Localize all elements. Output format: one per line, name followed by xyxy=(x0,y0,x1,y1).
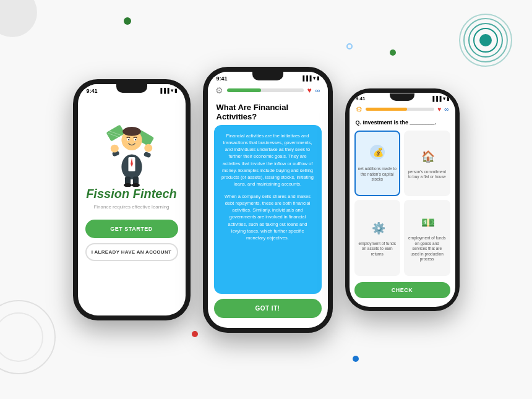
info-text-2: When a company sells shares and makes de… xyxy=(221,193,314,242)
heart-icon: ♥ xyxy=(437,106,441,113)
svg-point-15 xyxy=(110,144,118,152)
phone3-time: 9:41 xyxy=(356,96,366,101)
quiz-question: Q. Investment is the ________. xyxy=(350,116,455,128)
app-title: Fission Fintech xyxy=(86,187,177,200)
phone1-welcome: 9:41 ▐▐▐ ▾ ▮ xyxy=(73,79,191,320)
option3-text: employment of funds on assets to earn re… xyxy=(358,241,397,257)
option3-icon: ⚙️ xyxy=(369,218,386,239)
info-card: Financial activities are the initiatives… xyxy=(214,125,322,294)
svg-text:💰: 💰 xyxy=(373,147,384,158)
infinity-icon: ∞ xyxy=(315,87,320,94)
app-subtitle: Finance requires effective learning xyxy=(93,204,169,210)
svg-point-18 xyxy=(122,127,141,136)
quiz-options: 💰 net additions made to the nation's cap… xyxy=(350,128,455,278)
battery-icon: ▮ xyxy=(174,88,177,93)
check-button[interactable]: CHECK xyxy=(354,282,450,298)
phone2-status-icons: ▐▐▐ ▾ ▮ xyxy=(301,75,319,81)
phone3-content: ⚙ ♥ ∞ Q. Investment is the ________. 💰 n… xyxy=(350,103,455,303)
phone1-time: 9:41 xyxy=(87,88,98,94)
phone1-notch xyxy=(116,84,147,93)
info-title: What Are Financial Activities? xyxy=(208,98,328,125)
phone2-time: 9:41 xyxy=(217,75,228,82)
phone2-header: ⚙ ♥ ∞ xyxy=(208,83,328,98)
already-have-account-button[interactable]: I ALREADY HAVE AN ACCOUNT xyxy=(85,243,178,261)
quiz-option-2[interactable]: 🏠 person's commitment to buy a flat or h… xyxy=(404,131,450,196)
settings-icon: ⚙ xyxy=(215,85,223,95)
progress-bar xyxy=(227,88,304,92)
quiz-option-3[interactable]: ⚙️ employment of funds on assets to earn… xyxy=(354,200,401,276)
phone3-header: ⚙ ♥ ∞ xyxy=(350,103,455,116)
phone1-screen: 9:41 ▐▐▐ ▾ ▮ xyxy=(78,84,186,315)
phone3-status-icons: ▐▐▐ ▾ ▮ xyxy=(431,96,448,101)
svg-point-16 xyxy=(144,144,152,152)
phones-container: 9:41 ▐▐▐ ▾ ▮ xyxy=(19,19,513,380)
progress-fill xyxy=(227,88,262,92)
svg-point-22 xyxy=(135,139,136,140)
signal-icon: ▐▐▐ xyxy=(158,88,169,93)
mascot-illustration xyxy=(101,113,163,187)
signal-icon: ▐▐▐ xyxy=(431,96,441,101)
got-it-button[interactable]: GOT IT! xyxy=(214,299,322,318)
phone2-notch xyxy=(252,72,283,80)
wifi-icon: ▾ xyxy=(171,88,173,93)
svg-text:🏠: 🏠 xyxy=(421,150,435,163)
phone2-screen: 9:41 ▐▐▐ ▾ ▮ ⚙ ♥ ∞ What Are Financial Ac… xyxy=(208,72,328,328)
phone1-status-icons: ▐▐▐ ▾ ▮ xyxy=(158,88,176,93)
settings-icon: ⚙ xyxy=(356,105,363,114)
heart-icon: ♥ xyxy=(307,86,312,95)
infinity-icon: ∞ xyxy=(444,106,448,113)
svg-text:⚙️: ⚙️ xyxy=(372,221,386,235)
progress-fill xyxy=(366,108,407,111)
battery-icon: ▮ xyxy=(447,96,449,101)
option2-text: person's commitment to buy a flat or hou… xyxy=(408,169,447,180)
get-started-button[interactable]: GET STARTED xyxy=(85,220,178,238)
wifi-icon: ▾ xyxy=(443,96,445,101)
quiz-option-4[interactable]: 💵 employment of funds on goods and servi… xyxy=(404,200,450,276)
wifi-icon: ▾ xyxy=(313,75,315,81)
svg-text:💵: 💵 xyxy=(421,216,435,230)
option1-icon: 💰 xyxy=(369,144,386,164)
progress-bar xyxy=(366,108,435,111)
option4-icon: 💵 xyxy=(418,213,435,233)
info-text-1: Financial activities are the initiatives… xyxy=(221,132,314,188)
phone3-notch xyxy=(390,93,414,101)
phone1-content: Fission Fintech Finance requires effecti… xyxy=(78,95,186,315)
option2-icon: 🏠 xyxy=(418,147,435,167)
quiz-option-1[interactable]: 💰 net additions made to the nation's cap… xyxy=(354,131,401,196)
phone2-info: 9:41 ▐▐▐ ▾ ▮ ⚙ ♥ ∞ What Are Financial Ac… xyxy=(203,67,333,333)
phone3-quiz: 9:41 ▐▐▐ ▾ ▮ ⚙ ♥ ∞ Q. Investment is the … xyxy=(345,88,460,311)
phone3-screen: 9:41 ▐▐▐ ▾ ▮ ⚙ ♥ ∞ Q. Investment is the … xyxy=(350,93,455,307)
phone2-content: ⚙ ♥ ∞ What Are Financial Activities? Fin… xyxy=(208,83,328,324)
svg-rect-14 xyxy=(143,151,151,158)
signal-icon: ▐▐▐ xyxy=(301,75,311,81)
svg-point-21 xyxy=(128,139,129,140)
battery-icon: ▮ xyxy=(317,75,319,81)
option4-text: employment of funds on goods and service… xyxy=(408,236,447,262)
option1-text: net additions made to the nation's capit… xyxy=(358,166,397,182)
